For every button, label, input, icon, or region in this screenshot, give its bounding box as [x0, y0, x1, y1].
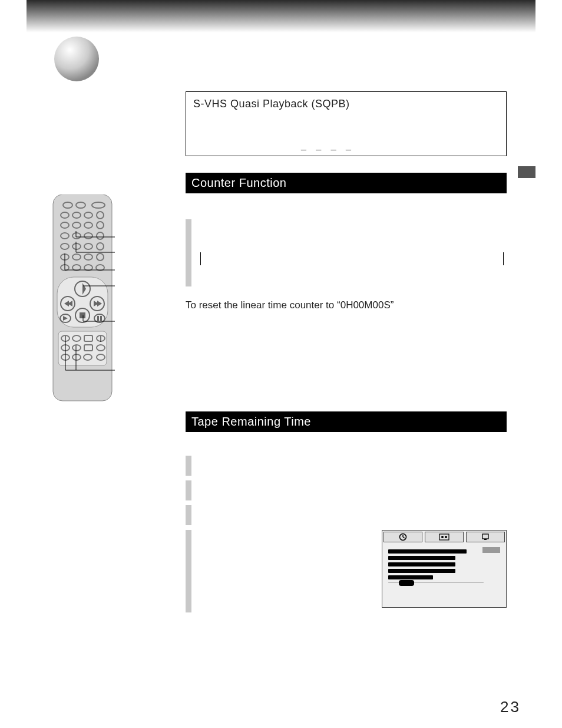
counter-function-heading: Counter Function [186, 173, 507, 193]
osd-tab-setup-icon [466, 532, 505, 542]
remote-control-icon [50, 195, 115, 404]
decorative-sphere-icon [53, 35, 100, 83]
osd-menu-item [388, 569, 455, 573]
page-number: 23 [500, 698, 521, 716]
tape-remaining-heading: Tape Remaining Time [186, 411, 507, 432]
osd-menu-panel [382, 530, 507, 608]
svg-point-0 [54, 37, 99, 81]
osd-tab-clock-icon [384, 532, 422, 542]
svg-rect-72 [484, 539, 487, 540]
svg-point-70 [445, 536, 447, 538]
step-indicator-bar [186, 480, 191, 500]
osd-menu-item [388, 556, 455, 560]
osd-menu-item [388, 549, 467, 554]
header-gradient [27, 0, 535, 32]
osd-menu-item [388, 575, 433, 579]
inline-bracket [200, 252, 504, 265]
svg-rect-37 [97, 316, 99, 321]
tape-step-1 [186, 456, 507, 476]
osd-menu-item [388, 562, 455, 566]
svg-rect-71 [482, 534, 488, 539]
osd-value-highlight [482, 547, 500, 553]
osd-tab-tape-icon [425, 532, 464, 542]
sqpb-title: S-VHS Quasi Playback (SQPB) [193, 98, 499, 110]
sqpb-decor-dashes: _ _ _ _ [301, 140, 355, 151]
svg-rect-34 [80, 312, 85, 318]
tape-step-4 [186, 530, 507, 612]
page-edge-tab [518, 166, 535, 178]
step-indicator-bar [186, 505, 191, 525]
tape-step-3 [186, 505, 507, 525]
osd-select-indicator [399, 580, 414, 586]
tape-step-2 [186, 480, 507, 500]
step-indicator-bar [186, 219, 191, 286]
counter-reset-subheading: To reset the linear time counter to “0H0… [186, 299, 507, 311]
sqpb-box: S-VHS Quasi Playback (SQPB) _ _ _ _ [186, 91, 507, 156]
svg-point-69 [441, 536, 444, 538]
svg-rect-38 [100, 316, 102, 321]
counter-step-1 [186, 219, 507, 286]
svg-rect-68 [439, 534, 449, 540]
step-indicator-bar [186, 530, 191, 612]
step-indicator-bar [186, 456, 191, 476]
svg-line-67 [403, 537, 405, 538]
